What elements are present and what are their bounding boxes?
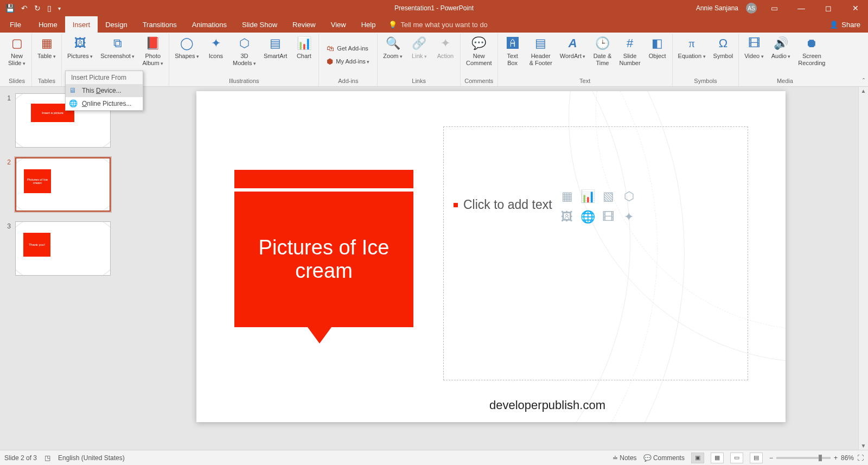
save-icon[interactable]: 💾: [5, 4, 15, 12]
user-avatar[interactable]: AS: [746, 3, 757, 14]
tab-transitions[interactable]: Transitions: [135, 16, 184, 33]
thumbnail-3[interactable]: 3 Thank you!: [3, 221, 118, 276]
smartart-button[interactable]: ▤SmartArt: [261, 35, 289, 61]
pictures-button[interactable]: 🖼Pictures: [65, 35, 95, 61]
3d-models-button[interactable]: ⬡3D Models: [231, 35, 258, 68]
object-button[interactable]: ◧Object: [646, 35, 669, 61]
dropdown-this-device[interactable]: 🖥 This Device...: [66, 84, 143, 97]
new-slide-button[interactable]: ▢New Slide: [5, 35, 28, 68]
undo-icon[interactable]: ↶: [21, 4, 28, 12]
placeholder-video-icon[interactable]: 🎞: [599, 210, 617, 228]
chart-button[interactable]: 📊Chart: [292, 35, 315, 61]
title-callout[interactable]: Pictures of Ice cream: [234, 170, 413, 343]
user-name[interactable]: Annie Sanjana: [696, 4, 738, 12]
online-icon: 🌐: [69, 99, 78, 107]
title-bar: 💾 ↶ ↻ ▯ ▾ Presentation1 - PowerPoint Ann…: [0, 0, 868, 16]
fit-to-window-icon[interactable]: ⛶: [857, 454, 864, 462]
text-box-button[interactable]: 🅰Text Box: [501, 35, 524, 68]
slide-title-text[interactable]: Pictures of Ice cream: [234, 192, 413, 327]
scroll-up-icon[interactable]: ▲: [859, 88, 868, 94]
video-button[interactable]: 🎞Video: [742, 35, 765, 61]
placeholder-3d-icon[interactable]: ⬡: [620, 189, 638, 208]
qat-more-icon[interactable]: ▾: [58, 5, 61, 11]
ribbon-tabs: File Home Insert Design Transitions Anim…: [0, 16, 868, 33]
share-label: Share: [841, 21, 860, 29]
status-slide-number[interactable]: Slide 2 of 3: [4, 454, 37, 462]
get-addins-button[interactable]: 🛍Get Add-ins: [324, 43, 372, 54]
share-button[interactable]: 👤 Share: [829, 21, 860, 29]
notes-button[interactable]: ≐ Notes: [612, 454, 637, 462]
tab-slideshow[interactable]: Slide Show: [234, 16, 285, 33]
placeholder-picture-icon[interactable]: 🖼: [558, 210, 576, 228]
wordart-button[interactable]: AWordArt: [558, 35, 588, 61]
vertical-scrollbar[interactable]: ▲ ▼: [858, 87, 868, 450]
tab-review[interactable]: Review: [285, 16, 323, 33]
icons-button[interactable]: ✦Icons: [205, 35, 227, 61]
group-tables: ▦Table Tables: [32, 34, 62, 86]
content-placeholder[interactable]: Click to add text ▦ 📊 ▧ ⬡ 🖼 🌐 🎞 ✦: [443, 126, 748, 380]
maximize-icon[interactable]: ◻: [819, 4, 838, 12]
tab-help[interactable]: Help: [354, 16, 384, 33]
photo-album-button[interactable]: 📕Photo Album: [140, 35, 165, 68]
my-addins-button[interactable]: ⬢My Add-ins: [324, 56, 372, 67]
tab-design[interactable]: Design: [98, 16, 135, 33]
zoom-button[interactable]: 🔍Zoom: [381, 35, 405, 61]
redo-icon[interactable]: ↻: [34, 4, 41, 12]
device-icon: 🖥: [69, 86, 76, 94]
audio-button[interactable]: 🔊Audio: [769, 35, 793, 61]
action-button[interactable]: ✦Action: [434, 35, 457, 61]
equation-button[interactable]: πEquation: [676, 35, 708, 61]
tab-file[interactable]: File: [0, 16, 31, 33]
collapse-ribbon-icon[interactable]: ˆ: [863, 78, 865, 85]
placeholder-online-picture-icon[interactable]: 🌐: [578, 210, 597, 228]
zoom-slider[interactable]: [776, 457, 831, 459]
slide-number-button[interactable]: #Slide Number: [617, 35, 642, 68]
new-comment-button[interactable]: 💬New Comment: [464, 35, 494, 68]
scroll-down-icon[interactable]: ▼: [859, 443, 868, 449]
zoom-out-icon[interactable]: −: [769, 454, 773, 462]
link-button[interactable]: 🔗Link: [408, 35, 431, 61]
start-from-beginning-icon[interactable]: ▯: [47, 4, 52, 12]
normal-view-icon[interactable]: ▣: [691, 453, 704, 463]
slideshow-view-icon[interactable]: ▤: [750, 453, 763, 463]
tab-home[interactable]: Home: [31, 16, 65, 33]
bullet-icon: [454, 203, 458, 207]
minimize-icon[interactable]: —: [792, 4, 811, 12]
placeholder-smartart-icon[interactable]: ▧: [599, 189, 617, 208]
comments-button[interactable]: 💬 Comments: [643, 454, 685, 462]
slide-panel[interactable]: 1 Insert a picture 2 Pictures of Ice cre…: [0, 87, 124, 450]
dropdown-online-pictures[interactable]: 🌐 Online Pictures...: [66, 97, 143, 110]
slide-editor[interactable]: Pictures of Ice cream Click to add text …: [124, 87, 858, 450]
table-button[interactable]: ▦Table: [35, 35, 58, 61]
tab-view[interactable]: View: [323, 16, 354, 33]
reading-view-icon[interactable]: ▭: [730, 453, 743, 463]
group-symbols-label: Symbols: [694, 77, 717, 85]
ribbon-display-icon[interactable]: ▭: [764, 4, 784, 12]
tab-animations[interactable]: Animations: [184, 16, 234, 33]
screenshot-button[interactable]: ⧉Screenshot: [98, 35, 137, 61]
tell-me-search[interactable]: 💡 Tell me what you want to do: [388, 21, 487, 29]
group-media-label: Media: [777, 77, 793, 85]
close-icon[interactable]: ✕: [846, 4, 865, 12]
placeholder-text[interactable]: Click to add text: [454, 198, 552, 212]
symbol-button[interactable]: ΩSymbol: [711, 35, 736, 61]
screen-recording-button[interactable]: ⏺Screen Recording: [796, 35, 827, 68]
shapes-button[interactable]: ◯Shapes: [173, 35, 201, 61]
slide-canvas[interactable]: Pictures of Ice cream Click to add text …: [196, 91, 786, 422]
watermark-text: developerpublish.com: [489, 398, 605, 412]
zoom-in-icon[interactable]: +: [834, 454, 838, 462]
tab-insert[interactable]: Insert: [65, 16, 98, 33]
placeholder-icon-icon[interactable]: ✦: [620, 210, 638, 228]
placeholder-table-icon[interactable]: ▦: [558, 189, 576, 208]
spell-check-icon[interactable]: ◳: [44, 454, 50, 462]
group-comments: 💬New Comment Comments: [461, 34, 498, 86]
zoom-percent[interactable]: 86%: [841, 454, 854, 462]
slide-sorter-icon[interactable]: ▦: [711, 453, 724, 463]
header-footer-button[interactable]: ▤Header & Footer: [527, 35, 554, 68]
placeholder-chart-icon[interactable]: 📊: [578, 189, 597, 208]
group-illustrations-label: Illustrations: [229, 77, 259, 85]
date-time-button[interactable]: 🕒Date & Time: [591, 35, 614, 68]
zoom-control[interactable]: − + 86% ⛶: [769, 454, 864, 462]
thumbnail-2[interactable]: 2 Pictures of Ice cream: [3, 157, 118, 212]
status-language[interactable]: English (United States): [58, 454, 125, 462]
